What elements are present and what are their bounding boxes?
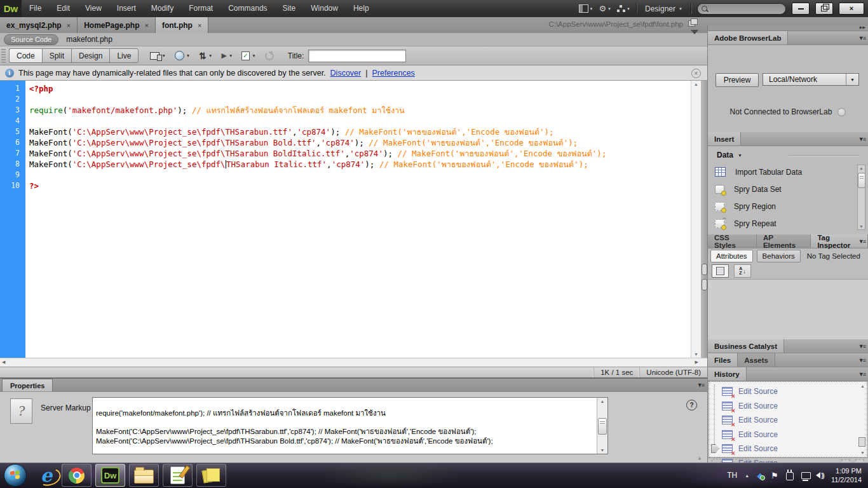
start-button[interactable]	[4, 464, 27, 487]
code-line[interactable]: <?php	[29, 83, 689, 94]
tab-business-catalyst[interactable]: Business Catalyst	[708, 339, 784, 353]
code-line[interactable]	[29, 116, 689, 126]
tab-css-styles[interactable]: CSS Styles	[708, 234, 757, 248]
code-line[interactable]: ?>	[29, 180, 689, 191]
category-view-icon[interactable]	[712, 264, 729, 278]
language-indicator[interactable]: TH	[727, 471, 737, 480]
panel-collapse-icon[interactable]: ▵	[698, 455, 701, 461]
menu-view[interactable]: View	[78, 0, 109, 17]
panel-menu-icon[interactable]: ▼≡	[697, 382, 703, 388]
panel-menu-icon[interactable]: ▼≡	[858, 238, 865, 245]
scroll-up-icon[interactable]: ▲	[860, 384, 865, 388]
taskbar-clock[interactable]: 1:09 PM 11/2/2014	[831, 466, 862, 484]
scroll-up-icon[interactable]: ▲	[691, 82, 701, 86]
refresh-icon[interactable]	[265, 51, 274, 60]
panel-menu-icon[interactable]: ▼≡	[858, 136, 865, 142]
action-center-flag-icon[interactable]: ⚑	[771, 471, 778, 480]
panel-menu-icon[interactable]: ▼≡	[858, 371, 865, 377]
history-item[interactable]: Edit Source	[722, 399, 855, 414]
properties-scrollbar[interactable]: ▲ ▼	[597, 398, 607, 454]
preview-button[interactable]: Preview	[715, 73, 759, 87]
menu-file[interactable]: File	[22, 0, 49, 17]
panel-divider[interactable]	[701, 81, 707, 358]
menu-format[interactable]: Format	[181, 0, 220, 17]
history-item[interactable]: Edit Source	[722, 384, 855, 399]
network-icon[interactable]	[801, 472, 811, 479]
show-hidden-icons-icon[interactable]: ▲	[745, 473, 749, 478]
tab-close-icon[interactable]: ×	[145, 22, 149, 29]
menu-insert[interactable]: Insert	[109, 0, 144, 17]
help-icon[interactable]: ?	[686, 400, 697, 410]
discover-link[interactable]: Discover	[330, 69, 362, 78]
file-management-icon[interactable]: ⇅▼	[199, 51, 212, 61]
view-button-split[interactable]: Split	[42, 48, 71, 63]
insert-scrollbar[interactable]: ▲ ▼	[857, 165, 865, 230]
scroll-down-icon[interactable]: ▼	[691, 352, 701, 356]
search-input[interactable]	[710, 4, 773, 13]
code-line[interactable]: require('makefont/makefont.php'); // แทร…	[29, 105, 689, 116]
insert-item-spry-region[interactable]: Spry Region	[715, 198, 851, 215]
code-line[interactable]: MakeFont('C:\AppServ\www\Project_se\fpdf…	[29, 126, 689, 137]
taskbar-internet-explorer[interactable]: e	[32, 464, 60, 487]
server-markup-preview[interactable]: require('makefont/makefont.php'); // แทร…	[92, 397, 608, 454]
restore-button[interactable]	[815, 3, 833, 15]
code-line[interactable]	[29, 170, 689, 180]
history-item[interactable]: Edit Source	[722, 413, 855, 428]
menu-commands[interactable]: Commands	[220, 0, 275, 17]
panel-menu-icon[interactable]: ▼≡	[858, 343, 865, 349]
search-box[interactable]	[697, 3, 786, 15]
history-item[interactable]: Edit Source	[722, 428, 855, 442]
scroll-right-icon[interactable]: ▶	[695, 360, 698, 365]
minimize-button[interactable]	[792, 3, 810, 15]
scroll-down-icon[interactable]: ▼	[860, 451, 865, 455]
panel-menu-icon[interactable]: ▼≡	[858, 35, 865, 41]
tab-properties[interactable]: Properties	[2, 379, 53, 391]
menu-site[interactable]: Site	[275, 0, 304, 17]
w3c-validation-icon[interactable]: ✓▼	[241, 51, 255, 60]
document-tab-ex_mysql2.php[interactable]: ex_mysql2.php×	[0, 17, 78, 33]
menu-window[interactable]: Window	[303, 0, 346, 17]
code-line[interactable]: MakeFont('C:\AppServ\www\Project_se\fpdf…	[29, 159, 689, 170]
tab-assets[interactable]: Assets	[738, 353, 775, 367]
scrollbar-thumb[interactable]	[598, 418, 607, 435]
tab-history[interactable]: History	[708, 367, 747, 381]
tab-files[interactable]: Files	[708, 353, 738, 367]
view-button-code[interactable]: Code	[9, 48, 42, 63]
tab-close-icon[interactable]: ×	[67, 22, 71, 29]
history-item[interactable]: Edit Source	[722, 442, 855, 456]
code-lines[interactable]: <?phprequire('makefont/makefont.php'); /…	[29, 83, 689, 191]
collapse-to-icons-icon[interactable]: ▶▶	[708, 25, 868, 31]
tab-close-icon[interactable]: ×	[198, 22, 201, 29]
preview-in-browser-icon[interactable]: ▼	[175, 51, 190, 60]
editor-vertical-scrollbar[interactable]: ▲ ▼	[691, 81, 701, 358]
power-plug-icon[interactable]	[786, 472, 794, 480]
filter-icon[interactable]	[691, 34, 701, 44]
related-file-makefont[interactable]: makefont.php	[66, 35, 112, 44]
dropbox-icon[interactable]: ◆	[757, 471, 763, 480]
tab-ap-elements[interactable]: AP Elements	[757, 234, 811, 248]
scrollbar-thumb[interactable]	[858, 173, 865, 188]
live-view-options-icon[interactable]: ▶▼	[221, 51, 233, 60]
taskbar-sticky-notes[interactable]	[196, 464, 226, 487]
server-select-dropdown[interactable]: Local/Network ▼	[763, 73, 859, 86]
scroll-down-icon[interactable]: ▼	[597, 448, 607, 452]
cascade-windows-icon[interactable]	[688, 20, 695, 27]
attributes-button[interactable]: Attributes	[710, 250, 753, 262]
insert-item-spry-data-set[interactable]: Spry Data Set	[715, 180, 851, 198]
taskbar-windows-explorer[interactable]	[129, 464, 159, 487]
layout-switcher-icon[interactable]: ▼	[579, 4, 593, 13]
scroll-up-icon[interactable]: ▲	[597, 399, 607, 403]
view-button-design[interactable]: Design	[71, 48, 109, 63]
multiscreen-preview-icon[interactable]: ▼	[150, 52, 165, 60]
menu-edit[interactable]: Edit	[49, 0, 78, 17]
document-tab-HomePage.php[interactable]: HomePage.php×	[78, 17, 156, 33]
code-editor[interactable]: 12345678910 <?phprequire('makefont/makef…	[0, 81, 707, 358]
insert-item-spry-repeat[interactable]: Spry Repeat	[715, 215, 851, 232]
tab-adobe-browserlab[interactable]: Adobe BrowserLab	[708, 31, 788, 44]
insert-item-import-tabular-data[interactable]: Import Tabular Data	[715, 163, 851, 180]
document-tab-font.php[interactable]: font.php×	[156, 17, 208, 33]
code-line[interactable]	[29, 94, 689, 105]
menu-help[interactable]: Help	[346, 0, 377, 17]
code-line[interactable]: MakeFont('C:\AppServ\www\Project_se\fpdf…	[29, 137, 689, 148]
behaviors-button[interactable]: Behaviors	[757, 250, 801, 262]
